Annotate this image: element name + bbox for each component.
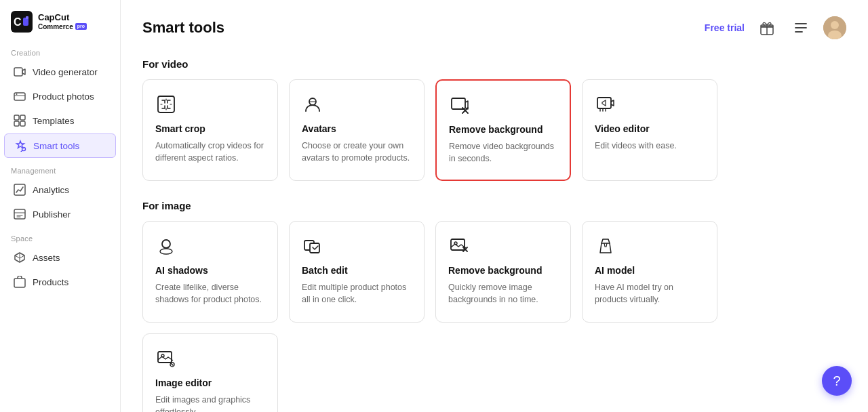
sidebar-item-templates[interactable]: Templates	[4, 109, 116, 132]
card-desc: Edit multiple product photos all in one …	[302, 281, 412, 306]
svg-rect-34	[158, 352, 172, 363]
for-video-section: For video Smart crop Automatically crop …	[142, 58, 846, 181]
space-section-label: Space	[0, 226, 120, 245]
image-cards-grid: AI shadows Create lifelike, diverse shad…	[142, 221, 846, 412]
sidebar-item-label: Templates	[33, 116, 75, 126]
product-photos-icon	[14, 90, 26, 102]
analytics-icon	[14, 184, 26, 196]
sidebar-item-label: Analytics	[33, 185, 69, 195]
image-editor-icon	[155, 348, 177, 369]
svg-rect-30	[451, 239, 465, 250]
creation-section-label: Creation	[0, 41, 120, 60]
svg-rect-7	[14, 115, 19, 120]
svg-rect-8	[20, 115, 25, 120]
sidebar-item-label: Assets	[33, 253, 60, 263]
logo-commerce: Commerce pro	[38, 23, 87, 30]
svg-rect-5	[14, 93, 25, 100]
assets-icon	[14, 251, 26, 264]
svg-rect-14	[14, 279, 25, 287]
for-video-title: For video	[142, 58, 846, 70]
card-desc: Quickly remove image backgrounds in no t…	[448, 281, 558, 306]
templates-icon	[14, 115, 26, 127]
svg-rect-29	[310, 243, 319, 253]
video-editor-card[interactable]: Video editor Edit videos with ease.	[582, 79, 717, 181]
svg-rect-22	[452, 98, 465, 109]
card-desc: Create lifelike, diverse shadows for pro…	[155, 281, 265, 306]
for-image-section: For image AI shadows Create lifelike, di…	[142, 200, 846, 412]
remove-bg-image-icon	[448, 235, 470, 257]
card-name: AI shadows	[155, 265, 265, 276]
free-trial-button[interactable]: Free trial	[705, 22, 745, 33]
remove-background-video-card[interactable]: Remove background Remove video backgroun…	[435, 79, 571, 181]
card-name: AI model	[595, 265, 705, 276]
logo-icon: C	[11, 11, 33, 33]
ai-model-card[interactable]: AI model Have AI model try on products v…	[582, 221, 717, 323]
sidebar-item-products[interactable]: Products	[4, 270, 116, 293]
svg-point-18	[831, 21, 839, 29]
card-name: Image editor	[155, 377, 265, 388]
sidebar-item-label: Video generator	[33, 67, 98, 77]
svg-rect-12	[14, 184, 25, 195]
products-icon	[14, 276, 26, 288]
menu-icon-button[interactable]	[789, 16, 812, 39]
ai-model-icon	[595, 235, 616, 257]
page-title: Smart tools	[142, 19, 224, 37]
main-header: Smart tools Free trial	[142, 16, 846, 39]
card-desc: Remove video backgrounds in seconds.	[449, 140, 557, 165]
card-name: Remove background	[449, 124, 557, 135]
video-cards-grid: Smart crop Automatically crop videos for…	[142, 79, 846, 181]
card-name: Remove background	[448, 265, 558, 276]
card-desc: Edit images and graphics effortlessly.	[155, 394, 265, 412]
card-name: Smart crop	[155, 123, 265, 134]
logo: C CapCut Commerce pro	[0, 0, 120, 41]
remove-background-image-card[interactable]: Remove background Quickly remove image b…	[435, 221, 571, 323]
sidebar-item-label: Publisher	[33, 209, 71, 220]
card-desc: Edit videos with ease.	[595, 140, 705, 152]
ai-shadows-icon	[155, 235, 177, 257]
svg-rect-10	[20, 121, 25, 126]
batch-edit-card[interactable]: Batch edit Edit multiple product photos …	[289, 221, 425, 323]
image-editor-card[interactable]: Image editor Edit images and graphics ef…	[142, 333, 278, 412]
smart-tools-icon	[14, 140, 26, 152]
card-name: Batch edit	[302, 265, 412, 276]
sidebar-item-video-generator[interactable]: Video generator	[4, 60, 116, 83]
batch-edit-icon	[302, 235, 323, 257]
logo-capcut: CapCut	[38, 13, 87, 22]
sidebar-item-product-photos[interactable]: Product photos	[4, 85, 116, 108]
sidebar-item-label: Smart tools	[33, 141, 79, 151]
svg-rect-3	[26, 16, 28, 19]
svg-point-27	[160, 249, 172, 254]
logo-text: CapCut Commerce pro	[38, 13, 87, 30]
video-generator-icon	[14, 66, 26, 78]
card-name: Avatars	[302, 123, 412, 134]
avatars-card[interactable]: Avatars Choose or create your own avatar…	[289, 79, 425, 181]
svg-point-26	[162, 240, 170, 248]
smart-crop-icon	[155, 94, 177, 115]
card-desc: Automatically crop videos for different …	[155, 140, 265, 164]
ai-shadows-card[interactable]: AI shadows Create lifelike, diverse shad…	[142, 221, 278, 323]
sidebar-item-label: Products	[33, 277, 68, 287]
sidebar-item-assets[interactable]: Assets	[4, 246, 116, 269]
sidebar-item-smart-tools[interactable]: Smart tools	[4, 133, 116, 158]
gift-icon-button[interactable]	[755, 16, 778, 39]
card-name: Video editor	[595, 123, 705, 134]
sidebar: C CapCut Commerce pro Creation Video gen…	[0, 0, 121, 412]
remove-bg-video-icon	[449, 94, 471, 116]
help-button[interactable]: ?	[822, 366, 852, 396]
svg-rect-9	[14, 121, 19, 126]
svg-point-6	[16, 94, 18, 95]
sidebar-item-label: Product photos	[33, 91, 94, 102]
management-section-label: Management	[0, 159, 120, 178]
sidebar-item-analytics[interactable]: Analytics	[4, 178, 116, 201]
main-content: Smart tools Free trial	[121, 0, 868, 412]
svg-rect-13	[14, 209, 25, 219]
svg-text:C: C	[14, 16, 22, 28]
smart-crop-card[interactable]: Smart crop Automatically crop videos for…	[142, 79, 278, 181]
header-actions: Free trial	[705, 16, 846, 39]
card-desc: Have AI model try on products virtually.	[595, 281, 705, 306]
avatar[interactable]	[823, 16, 846, 39]
svg-rect-4	[14, 68, 22, 76]
avatars-icon	[302, 94, 323, 115]
pro-badge: pro	[75, 23, 87, 30]
sidebar-item-publisher[interactable]: Publisher	[4, 203, 116, 226]
